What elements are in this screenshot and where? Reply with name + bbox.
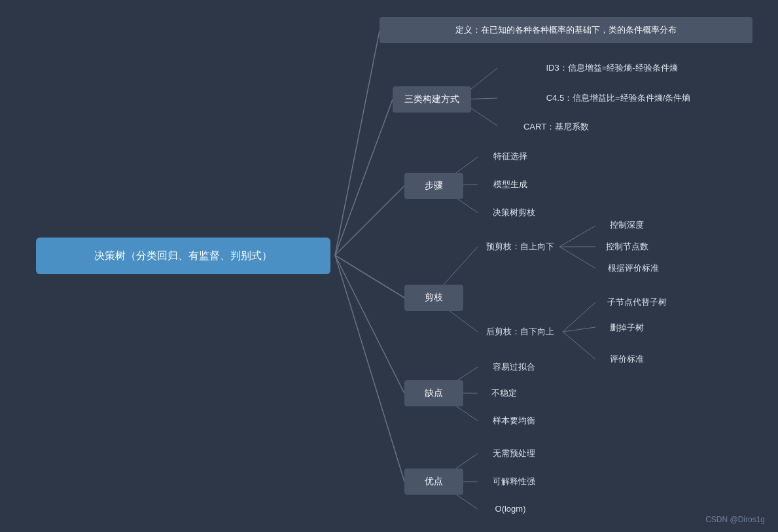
cart-node: CART：基尼系数 <box>497 116 615 137</box>
svg-line-5 <box>335 255 404 482</box>
svg-line-19 <box>563 332 595 359</box>
control-depth-node: 控制深度 <box>594 216 660 234</box>
svg-line-18 <box>563 327 595 332</box>
jianzhi-step-node: 决策树剪枝 <box>478 203 550 222</box>
svg-line-1 <box>335 99 393 255</box>
c45-node: C4.5：信息增益比=经验条件熵/条件熵 <box>497 88 739 109</box>
root-node: 决策树（分类回归、有监督、判别式） <box>36 238 330 274</box>
jian-zhi-node: 剪枝 <box>404 285 463 311</box>
svg-line-2 <box>335 186 404 255</box>
svg-line-0 <box>335 31 380 255</box>
moxing-node: 模型生成 <box>478 175 543 194</box>
svg-line-3 <box>335 255 404 298</box>
you-dian-node: 优点 <box>404 469 463 495</box>
overfit-node: 容易过拟合 <box>478 357 550 377</box>
tezheng-node: 特征选择 <box>478 147 543 166</box>
post-jian-zhi-node: 后剪枝：自下向上 <box>474 321 566 342</box>
control-nodes-node: 控制节点数 <box>594 238 660 256</box>
eval-criteria-pre-node: 根据评价标准 <box>594 259 673 277</box>
bu-zou-node: 步骤 <box>404 173 463 199</box>
svg-line-17 <box>563 302 595 332</box>
eval-criteria-post-node: 评价标准 <box>594 350 660 368</box>
interpretable-node: 可解释性强 <box>478 472 550 491</box>
no-preprocess-node: 无需预处理 <box>478 444 550 463</box>
mind-map: 决策树（分类回归、有监督、判别式） 定义：在已知的各种各种概率的基础下，类的条件… <box>0 0 778 532</box>
san-lei-node: 三类构建方式 <box>393 86 471 113</box>
child-replace-node: 子节点代替子树 <box>594 293 679 311</box>
svg-line-4 <box>335 255 404 393</box>
pre-jian-zhi-node: 预剪枝：自上向下 <box>474 236 566 257</box>
definition-node: 定义：在已知的各种各种概率的基础下，类的条件概率分布 <box>380 17 752 43</box>
ologm-node: O(logm) <box>478 499 543 519</box>
id3-node: ID3：信息增益=经验熵-经验条件熵 <box>497 58 726 79</box>
delete-tree-node: 删掉子树 <box>594 319 660 337</box>
balance-node: 样本要均衡 <box>478 411 550 431</box>
que-dian-node: 缺点 <box>404 380 463 406</box>
watermark: CSDN @Diros1g <box>705 515 765 524</box>
unstable-node: 不稳定 <box>478 383 530 403</box>
